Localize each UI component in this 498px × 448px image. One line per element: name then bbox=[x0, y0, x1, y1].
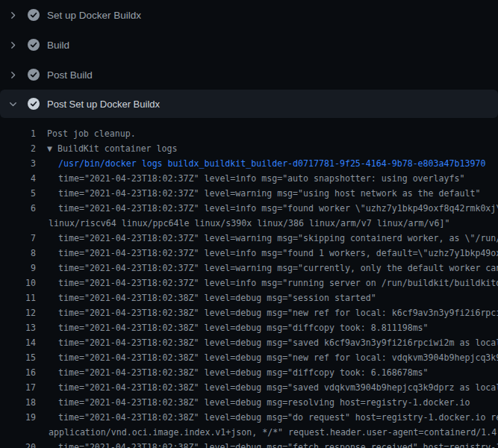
log-row: 19time="2021-04-23T18:02:38Z" level=debu… bbox=[0, 410, 498, 425]
log-row: 20time="2021-04-23T18:02:38Z" level=debu… bbox=[0, 440, 498, 448]
log-line-number[interactable]: 11 bbox=[0, 290, 36, 305]
step-title: Set up Docker Buildx bbox=[47, 10, 141, 21]
check-circle-icon bbox=[28, 69, 40, 81]
steps-list: Set up Docker BuildxBuildPost BuildPost … bbox=[0, 0, 498, 118]
log-line-number[interactable]: 18 bbox=[0, 395, 36, 410]
log-line-text: time="2021-04-23T18:02:38Z" level=debug … bbox=[58, 410, 498, 425]
step-title: Build bbox=[47, 40, 69, 51]
log-line-number[interactable]: 4 bbox=[0, 171, 36, 186]
chevron-down-icon bbox=[9, 98, 17, 110]
log-line-text: time="2021-04-23T18:02:38Z" level=debug … bbox=[58, 395, 470, 410]
log-line-number[interactable]: 2 bbox=[0, 141, 36, 156]
log-line-text: time="2021-04-23T18:02:38Z" level=debug … bbox=[58, 320, 429, 335]
log-command-text: /usr/bin/docker logs buildx_buildkit_bui… bbox=[58, 156, 485, 171]
log-row: 2▼ BuildKit container logs bbox=[0, 141, 498, 156]
log-line-text: time="2021-04-23T18:02:38Z" level=debug … bbox=[58, 305, 498, 320]
step-header-post-set-up-docker-buildx[interactable]: Post Set up Docker Buildx bbox=[0, 90, 498, 118]
step-header-set-up-docker-buildx[interactable]: Set up Docker Buildx bbox=[0, 0, 498, 30]
log-row: 18time="2021-04-23T18:02:38Z" level=debu… bbox=[0, 395, 498, 410]
log-line-number[interactable]: 15 bbox=[0, 350, 36, 365]
step-header-post-build[interactable]: Post Build bbox=[0, 60, 498, 90]
log-line-text: time="2021-04-23T18:02:37Z" level=info m… bbox=[58, 246, 498, 261]
log-line-text: application/vnd.oci.image.index.v1+json,… bbox=[49, 425, 498, 440]
log-row: 5time="2021-04-23T18:02:37Z" level=warni… bbox=[0, 186, 498, 201]
log-row: 14time="2021-04-23T18:02:38Z" level=debu… bbox=[0, 335, 498, 350]
log-line-number[interactable]: 14 bbox=[0, 335, 36, 350]
log-line-number[interactable]: 13 bbox=[0, 320, 36, 335]
log-line-text: time="2021-04-23T18:02:37Z" level=warnin… bbox=[58, 261, 498, 276]
log-line-text: time="2021-04-23T18:02:38Z" level=debug … bbox=[58, 365, 429, 380]
chevron-right-icon bbox=[9, 39, 17, 51]
log-line-number[interactable]: 9 bbox=[0, 261, 36, 276]
log-line-text: time="2021-04-23T18:02:37Z" level=info m… bbox=[58, 171, 464, 186]
log-row: 16time="2021-04-23T18:02:38Z" level=debu… bbox=[0, 365, 498, 380]
log-line-number[interactable]: 16 bbox=[0, 365, 36, 380]
log-row: linux/riscv64 linux/ppc64le linux/s390x … bbox=[0, 216, 498, 231]
log-line-number[interactable]: 10 bbox=[0, 276, 36, 290]
check-circle-icon bbox=[28, 9, 40, 21]
log-line-number[interactable]: 5 bbox=[0, 186, 36, 201]
log-line-number[interactable]: 20 bbox=[0, 440, 36, 448]
log-line-number[interactable]: 6 bbox=[0, 201, 36, 216]
log-line-text: time="2021-04-23T18:02:38Z" level=debug … bbox=[58, 350, 498, 365]
log-line-text: time="2021-04-23T18:02:38Z" level=debug … bbox=[58, 290, 376, 305]
log-row: 8time="2021-04-23T18:02:37Z" level=info … bbox=[0, 246, 498, 261]
chevron-right-icon bbox=[9, 69, 17, 81]
log-line-text: time="2021-04-23T18:02:37Z" level=info m… bbox=[58, 201, 498, 216]
log-line-text: time="2021-04-23T18:02:37Z" level=info m… bbox=[58, 276, 498, 290]
step-header-build[interactable]: Build bbox=[0, 30, 498, 60]
log-row: 7time="2021-04-23T18:02:37Z" level=warni… bbox=[0, 231, 498, 246]
log-line-number[interactable]: 19 bbox=[0, 410, 36, 425]
log-row: 9time="2021-04-23T18:02:37Z" level=warni… bbox=[0, 261, 498, 276]
log-line-text: time="2021-04-23T18:02:37Z" level=warnin… bbox=[58, 231, 498, 246]
log-group-toggle[interactable]: ▼ BuildKit container logs bbox=[47, 141, 178, 156]
log-line-text: time="2021-04-23T18:02:38Z" level=debug … bbox=[58, 440, 498, 448]
log-line-number[interactable]: 1 bbox=[0, 126, 36, 141]
log-line-number bbox=[0, 216, 36, 231]
log-row: 10time="2021-04-23T18:02:37Z" level=info… bbox=[0, 276, 498, 290]
log-output: 1Post job cleanup.2▼ BuildKit container … bbox=[0, 126, 498, 448]
log-row: 12time="2021-04-23T18:02:38Z" level=debu… bbox=[0, 305, 498, 320]
log-line-text: Post job cleanup. bbox=[47, 126, 136, 141]
log-row: 13time="2021-04-23T18:02:38Z" level=debu… bbox=[0, 320, 498, 335]
log-line-text: time="2021-04-23T18:02:38Z" level=debug … bbox=[58, 380, 498, 395]
log-line-number[interactable]: 7 bbox=[0, 231, 36, 246]
chevron-right-icon bbox=[9, 9, 17, 21]
check-circle-icon bbox=[28, 39, 40, 51]
log-line-text: time="2021-04-23T18:02:37Z" level=warnin… bbox=[58, 186, 480, 201]
log-row: 17time="2021-04-23T18:02:38Z" level=debu… bbox=[0, 380, 498, 395]
log-row: 11time="2021-04-23T18:02:38Z" level=debu… bbox=[0, 290, 498, 305]
step-title: Post Build bbox=[47, 69, 93, 81]
log-row: 4time="2021-04-23T18:02:37Z" level=info … bbox=[0, 171, 498, 186]
log-line-number[interactable]: 8 bbox=[0, 246, 36, 261]
log-row: application/vnd.oci.image.index.v1+json,… bbox=[0, 425, 498, 440]
check-circle-icon bbox=[28, 98, 40, 110]
log-line-number[interactable]: 3 bbox=[0, 156, 36, 171]
log-row: 6time="2021-04-23T18:02:37Z" level=info … bbox=[0, 201, 498, 216]
step-title: Post Set up Docker Buildx bbox=[47, 99, 160, 110]
log-row: 15time="2021-04-23T18:02:38Z" level=debu… bbox=[0, 350, 498, 365]
log-line-number[interactable]: 12 bbox=[0, 305, 36, 320]
log-line-number[interactable]: 17 bbox=[0, 380, 36, 395]
log-line-number bbox=[0, 425, 36, 440]
log-row: 3/usr/bin/docker logs buildx_buildkit_bu… bbox=[0, 156, 498, 171]
log-line-text: linux/riscv64 linux/ppc64le linux/s390x … bbox=[49, 216, 449, 231]
log-row: 1Post job cleanup. bbox=[0, 126, 498, 141]
log-line-text: time="2021-04-23T18:02:38Z" level=debug … bbox=[58, 335, 498, 350]
